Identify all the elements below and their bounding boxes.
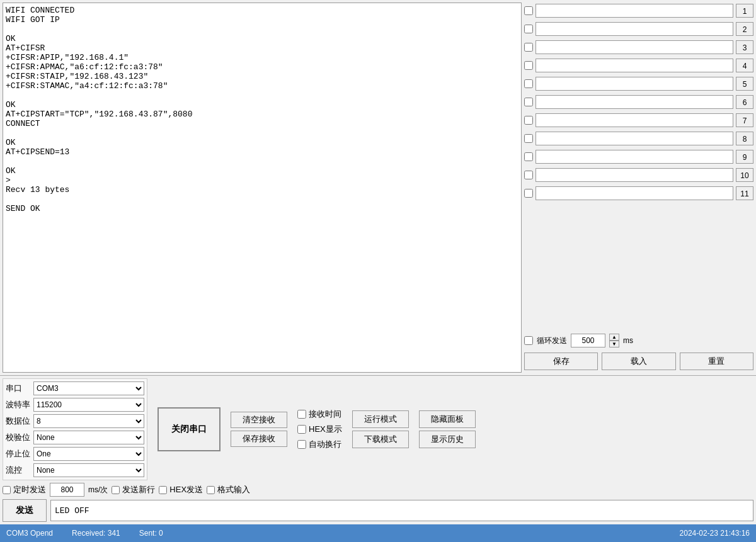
macro-num-11: 11 — [736, 186, 753, 200]
macro-checkbox-8[interactable] — [524, 134, 533, 143]
macro-row-5: 5 — [524, 76, 753, 92]
format-input-label: 格式输入 — [217, 484, 250, 495]
loop-checkbox[interactable] — [524, 336, 533, 345]
send-button[interactable]: 发送 — [3, 499, 47, 522]
macro-num-9: 9 — [736, 150, 753, 164]
status-datetime: 2024-02-23 21:43:16 — [680, 529, 750, 538]
checkboxes-area: 接收时间 HEX显示 自动换行 — [297, 409, 342, 450]
parity-row: 校验位 None — [6, 431, 144, 444]
loop-input[interactable]: 500 — [571, 334, 605, 347]
macro-num-5: 5 — [736, 77, 753, 91]
reset-button[interactable]: 重置 — [680, 353, 753, 370]
control-row1: 串口 COM3 波特率 115200 数据位 8 校验位 No — [3, 378, 753, 480]
hide-panel-button[interactable]: 隐藏面板 — [419, 410, 476, 428]
send-text-input[interactable] — [50, 500, 753, 521]
recv-time-checkbox[interactable] — [297, 410, 306, 419]
format-input-row: 格式输入 — [207, 484, 250, 495]
macro-num-3: 3 — [736, 40, 753, 54]
hex-display-checkbox[interactable] — [297, 425, 306, 434]
flow-label: 流控 — [6, 465, 31, 476]
macro-row-6: 6 — [524, 94, 753, 110]
timer-send-checkbox[interactable] — [3, 486, 11, 494]
macro-row-4: 4 — [524, 57, 753, 74]
macro-input-2[interactable] — [536, 22, 733, 36]
auto-newline-label: 自动换行 — [309, 439, 341, 450]
macro-input-9[interactable] — [536, 150, 733, 164]
load-button[interactable]: 载入 — [602, 353, 675, 370]
spinner-up[interactable]: ▲ — [609, 334, 619, 341]
macro-checkbox-5[interactable] — [524, 79, 533, 88]
macro-checkbox-4[interactable] — [524, 61, 533, 70]
baud-select[interactable]: 115200 — [33, 398, 144, 412]
flow-select[interactable]: None — [33, 463, 144, 477]
macro-checkbox-6[interactable] — [524, 98, 533, 106]
spinner-down[interactable]: ▼ — [609, 341, 619, 347]
macro-num-4: 4 — [736, 59, 753, 72]
status-sent: Sent: 0 — [139, 529, 163, 538]
recv-time-label: 接收时间 — [309, 409, 341, 420]
send-input-row: 发送 — [3, 499, 753, 522]
open-port-button[interactable]: 关闭串口 — [158, 407, 220, 451]
status-bar: COM3 Opend Received: 341 Sent: 0 2024-02… — [0, 524, 756, 542]
auto-newline-row: 自动换行 — [297, 439, 342, 450]
macro-num-6: 6 — [736, 95, 753, 109]
data-select[interactable]: 8 — [33, 414, 144, 428]
macro-list: 1234567891011 — [524, 3, 753, 331]
timer-input[interactable]: 800 — [50, 483, 84, 497]
status-port: COM3 Opend — [6, 529, 53, 538]
macro-checkbox-2[interactable] — [524, 25, 533, 33]
parity-select[interactable]: None — [33, 431, 144, 444]
baud-row: 波特率 115200 — [6, 398, 144, 412]
macro-input-8[interactable] — [536, 132, 733, 145]
macro-input-1[interactable] — [536, 4, 733, 18]
macro-input-7[interactable] — [536, 113, 733, 127]
download-mode-button[interactable]: 下载模式 — [352, 431, 409, 448]
auto-newline-checkbox[interactable] — [297, 440, 306, 449]
save-button[interactable]: 保存 — [524, 353, 598, 370]
macro-input-11[interactable] — [536, 186, 733, 200]
macro-num-7: 7 — [736, 113, 753, 127]
parity-label: 校验位 — [6, 432, 31, 443]
loop-spinner[interactable]: ▲ ▼ — [609, 334, 619, 347]
show-history-button[interactable]: 显示历史 — [419, 431, 476, 448]
macro-row-2: 2 — [524, 21, 753, 37]
macro-checkbox-3[interactable] — [524, 43, 533, 52]
stop-label: 停止位 — [6, 448, 31, 460]
run-mode-button[interactable]: 运行模式 — [352, 410, 409, 428]
flow-row: 流控 None — [6, 463, 144, 477]
macro-row-10: 10 — [524, 167, 753, 183]
macro-checkbox-9[interactable] — [524, 152, 533, 161]
macro-input-5[interactable] — [536, 77, 733, 91]
macro-checkbox-1[interactable] — [524, 6, 533, 15]
loop-row: 循环发送 500 ▲ ▼ ms — [524, 331, 753, 350]
stop-select[interactable]: One — [33, 447, 144, 461]
macro-num-8: 8 — [736, 132, 753, 145]
clear-recv-button[interactable]: 清空接收 — [231, 412, 287, 428]
hex-display-label: HEX显示 — [309, 424, 342, 435]
loop-unit: ms — [623, 336, 633, 345]
port-label: 串口 — [6, 383, 31, 394]
macro-num-1: 1 — [736, 4, 753, 18]
macro-input-3[interactable] — [536, 40, 733, 54]
macro-input-10[interactable] — [536, 168, 733, 182]
send-newline-checkbox[interactable] — [112, 486, 120, 494]
macro-checkbox-11[interactable] — [524, 189, 533, 198]
bottom-controls: 串口 COM3 波特率 115200 数据位 8 校验位 No — [0, 375, 756, 524]
macro-input-4[interactable] — [536, 59, 733, 72]
macro-input-6[interactable] — [536, 95, 733, 109]
stop-row: 停止位 One — [6, 447, 144, 461]
save-recv-button[interactable]: 保存接收 — [231, 431, 287, 447]
loop-label: 循环发送 — [537, 336, 567, 346]
macro-checkbox-10[interactable] — [524, 171, 533, 179]
recv-time-row: 接收时间 — [297, 409, 342, 420]
macro-checkbox-7[interactable] — [524, 116, 533, 125]
mode-buttons: 运行模式 下载模式 — [352, 410, 409, 448]
timer-send-row: 定时发送 — [3, 484, 46, 495]
send-newline-row: 发送新行 — [112, 484, 155, 495]
port-select[interactable]: COM3 — [33, 381, 144, 395]
extra-buttons: 隐藏面板 显示历史 — [419, 410, 476, 448]
format-input-checkbox[interactable] — [207, 486, 215, 494]
serial-settings: 串口 COM3 波特率 115200 数据位 8 校验位 No — [3, 378, 147, 480]
macro-row-7: 7 — [524, 112, 753, 128]
hex-send-checkbox[interactable] — [159, 486, 167, 494]
